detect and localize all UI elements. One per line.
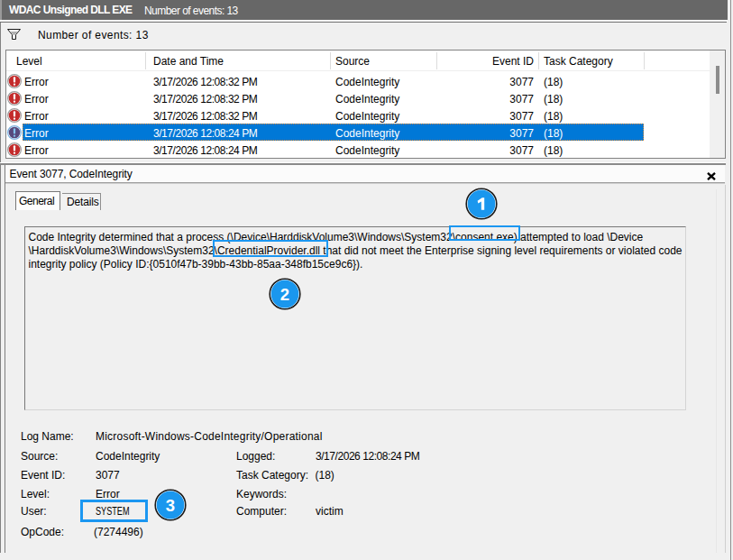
svg-text:2: 2 [280,285,289,304]
svg-text:3: 3 [166,496,175,515]
